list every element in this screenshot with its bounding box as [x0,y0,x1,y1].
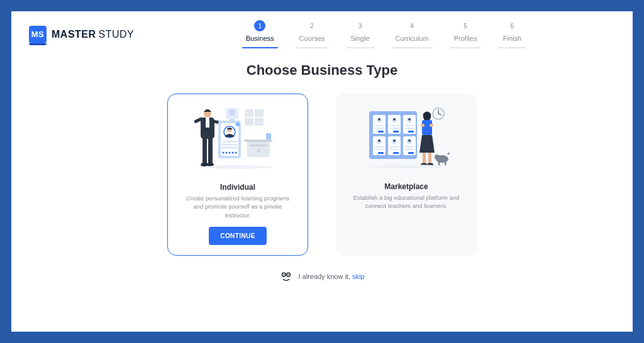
header: MS MASTER STUDY 1 Business 2 Courses 3 S… [29,20,615,48]
svg-rect-80 [428,153,431,164]
svg-point-29 [223,152,225,154]
svg-point-41 [378,118,380,121]
svg-rect-86 [438,161,440,165]
brand-logo[interactable]: MS MASTER STUDY [29,26,134,43]
step-number: 5 [460,20,471,31]
svg-rect-42 [375,125,384,126]
card-desc: Establish a big educational platform and… [346,193,467,210]
svg-rect-50 [393,131,399,133]
step-profiles[interactable]: 5 Profiles [450,20,481,48]
svg-point-31 [229,152,231,154]
svg-rect-6 [255,118,264,126]
svg-rect-18 [208,138,213,163]
svg-point-93 [288,274,289,275]
step-single[interactable]: 3 Single [347,20,374,48]
svg-rect-78 [430,124,433,127]
svg-rect-54 [405,125,414,126]
step-label: Single [350,35,370,42]
svg-rect-14 [206,117,209,128]
svg-rect-77 [421,124,425,127]
page-title: Choose Business Type [29,62,615,79]
svg-point-34 [203,165,272,169]
svg-rect-62 [378,152,384,154]
svg-point-10 [257,150,260,153]
step-label: Finish [503,35,521,42]
svg-point-65 [393,139,396,142]
card-title: Individual [220,183,255,192]
brand-name-light: STUDY [99,29,135,40]
step-label: Curriculum [396,35,429,42]
svg-point-47 [393,118,396,121]
svg-rect-11 [266,133,271,139]
svg-point-30 [226,152,228,154]
svg-rect-74 [408,152,414,154]
page: MS MASTER STUDY 1 Business 2 Courses 3 S… [11,11,633,332]
business-type-cards: Individual Create personalized learning … [29,94,615,256]
card-title: Marketplace [384,182,428,191]
svg-rect-28 [222,147,237,149]
svg-rect-48 [390,125,399,126]
svg-rect-84 [447,152,450,155]
svg-rect-7 [245,139,272,142]
svg-point-23 [236,122,240,126]
skip-text: I already know it, skip [298,273,364,280]
svg-rect-72 [405,146,414,148]
brand-mark-icon: MS [29,26,47,43]
svg-point-88 [369,165,447,168]
svg-rect-87 [445,161,447,165]
glasses-smile-icon [279,270,293,283]
svg-rect-44 [378,131,384,133]
step-label: Courses [299,35,325,42]
svg-rect-66 [390,146,399,148]
svg-rect-55 [405,128,414,129]
svg-point-53 [408,118,411,121]
card-marketplace[interactable]: Marketplace Establish a big educational … [336,94,477,256]
step-number: 4 [406,20,418,31]
step-courses[interactable]: 2 Courses [296,20,329,48]
svg-rect-43 [375,128,384,129]
svg-rect-49 [390,128,399,129]
step-label: Profiles [454,35,477,42]
svg-point-59 [378,139,380,142]
svg-line-37 [438,114,441,115]
svg-rect-9 [250,144,267,146]
card-individual[interactable]: Individual Create personalized learning … [167,94,308,256]
svg-point-1 [229,109,235,116]
card-desc: Create personalized learning programs an… [178,194,297,219]
svg-rect-27 [222,144,237,146]
svg-point-71 [408,139,411,142]
svg-rect-73 [405,149,414,150]
step-curriculum[interactable]: 4 Curriculum [392,20,433,48]
svg-rect-17 [203,138,207,163]
svg-rect-76 [422,120,432,135]
individual-illustration [191,106,285,178]
step-number: 6 [506,20,518,31]
marketplace-illustration [359,105,453,177]
svg-rect-4 [255,109,264,117]
skip-row: I already know it, skip [29,270,615,283]
wizard-stepper: 1 Business 2 Courses 3 Single 4 Curricul… [242,20,526,48]
svg-rect-3 [245,109,253,117]
svg-rect-67 [390,149,399,150]
svg-rect-56 [408,131,414,133]
continue-button[interactable]: CONTINUE [209,227,266,245]
step-number: 1 [254,20,265,31]
step-business[interactable]: 1 Business [242,20,278,48]
svg-rect-60 [375,146,384,148]
step-label: Business [246,35,274,42]
brand-name-bold: MASTER [52,29,96,40]
svg-rect-61 [375,149,384,150]
svg-point-92 [284,274,285,275]
svg-rect-79 [423,153,426,164]
svg-rect-68 [393,152,399,154]
svg-rect-26 [222,141,237,143]
svg-rect-5 [245,118,253,126]
window-frame: MS MASTER STUDY 1 Business 2 Courses 3 S… [11,11,633,332]
step-number: 2 [306,20,318,31]
svg-point-33 [235,152,237,154]
skip-link[interactable]: skip [352,273,365,280]
step-number: 3 [355,20,366,31]
svg-point-32 [232,152,234,154]
skip-prefix: I already know it, [298,273,352,280]
step-finish[interactable]: 6 Finish [498,20,526,48]
